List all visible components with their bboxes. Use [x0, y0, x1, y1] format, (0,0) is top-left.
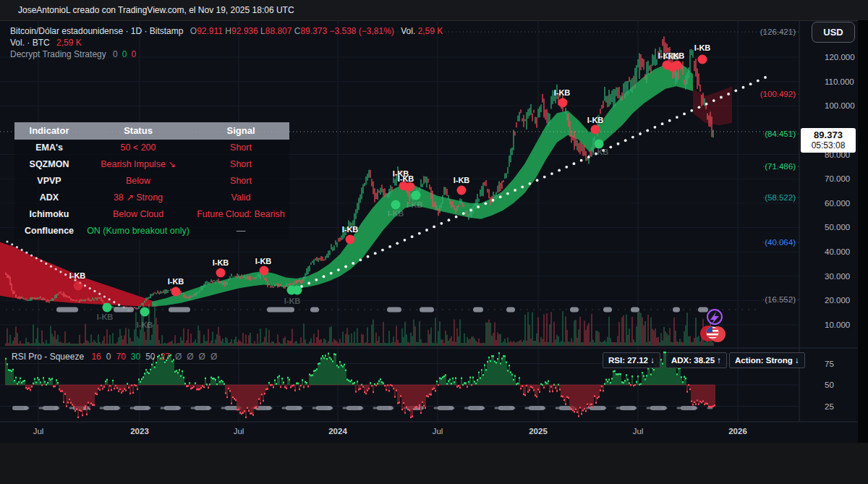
ikb-marker-label: I-KB	[587, 116, 604, 124]
ohlc-letter: H	[225, 26, 231, 36]
rsi-param: 16	[91, 352, 101, 362]
rsi-param: Ø	[210, 352, 217, 362]
indicator-value-label: (16.552)	[765, 295, 796, 304]
symbol-legend-row[interactable]: Bitcoin/Dólar estadounidense · 1D · Bits…	[10, 26, 443, 36]
indicator-table-row: SQZMONBearish Impulse ↘Short	[14, 156, 289, 173]
rsi-param: 30	[131, 352, 140, 362]
ikb-marker-label: I-KB	[398, 174, 414, 183]
ikb-marker-label: I-KB	[554, 88, 571, 97]
rsi-param: Ø	[187, 352, 193, 362]
volume-indicator-label[interactable]: Vol. · BTC	[10, 38, 50, 48]
ohlc-values: O92.911 H92.936 L88.807 C89.373	[190, 26, 330, 36]
rsi-param: 27	[161, 352, 170, 362]
strategy-label[interactable]: Decrypt Trading Strategy	[10, 49, 106, 59]
volume-legend-row[interactable]: Vol. · BTC 2,59 K	[10, 38, 82, 48]
strategy-legend-row[interactable]: Decrypt Trading Strategy 000	[10, 49, 140, 59]
rsi-axis-tick[interactable]: 50	[825, 381, 834, 389]
rsi-param: 70	[116, 352, 125, 362]
price-axis-tick[interactable]: 10.000	[825, 320, 850, 329]
ohlc-value: 89.373	[300, 26, 329, 36]
volume-value: 2,59 K	[418, 26, 443, 36]
rsi-param: 0	[106, 352, 111, 362]
time-axis-tick[interactable]: 2026	[728, 427, 747, 436]
indicator-table-header: IndicatorStatusSignal	[14, 122, 289, 140]
rsi-axis-tick[interactable]: 25	[825, 402, 834, 411]
volume-label: Vol.	[401, 26, 415, 36]
indicator-table-row: VPVPBelowShort	[14, 173, 289, 190]
ikb-marker-label: I-KB	[168, 277, 184, 286]
indicator-table-row: IchimokuBelow CloudFuture Cloud: Bearish	[14, 206, 289, 223]
rsi-axis-tick[interactable]: 75	[825, 360, 834, 368]
attribution-text: JoseAntonioL creado con TradingView.com,…	[18, 5, 294, 15]
time-axis-tick[interactable]: Jul	[633, 427, 644, 436]
ikb-marker-label-faded: I-KB	[407, 200, 423, 209]
indicator-value-label: (84.451)	[765, 130, 796, 138]
price-axis-tick[interactable]: 40.000	[825, 247, 850, 256]
ikb-marker-label-faded: I-KB	[97, 313, 114, 321]
indicator-value-label: (58.522)	[765, 193, 796, 202]
ikb-marker-label-faded: I-KB	[284, 297, 301, 305]
rsi-status-badge: Action: Strong ↓	[729, 352, 805, 368]
time-axis-tick[interactable]: 2024	[328, 427, 347, 436]
price-axis-tick[interactable]: 30.000	[825, 272, 850, 281]
indicator-value-label: (126.421)	[760, 27, 796, 36]
price-axis-tick[interactable]: 60.000	[825, 199, 850, 208]
indicator-table-row: ConfluenceON (Kumo breakout only)—	[14, 223, 289, 239]
rsi-status-badge: RSI: 27.12 ↓	[603, 352, 660, 368]
strategy-values: 000	[113, 49, 140, 59]
last-price-badge: 89.373 05:53:08	[801, 128, 856, 153]
ikb-marker-label: I-KB	[668, 51, 685, 60]
ohlc-value: 88.807	[265, 26, 294, 36]
ikb-marker-label: I-KB	[694, 43, 711, 52]
ikb-marker-label-faded: I-KB	[388, 209, 404, 218]
time-axis-tick[interactable]: Jul	[433, 427, 443, 436]
price-axis-tick[interactable]: 70.000	[825, 174, 850, 183]
ikb-marker-label: I-KB	[342, 225, 359, 234]
ohlc-letter: L	[260, 26, 265, 36]
attribution-bar: JoseAntonioL creado con TradingView.com,…	[0, 0, 868, 20]
ohlc-value: 92.911	[197, 26, 225, 36]
ikb-marker-label: I-KB	[255, 257, 272, 266]
strategy-count: 0	[113, 49, 118, 59]
rsi-indicator-title[interactable]: RSI Pro - Squeeze	[12, 352, 84, 362]
ohlc-letter: O	[190, 26, 197, 36]
rsi-params: 16070305027ØØØØ	[91, 352, 222, 362]
indicator-value-label: (100.492)	[760, 90, 796, 98]
price-axis-tick[interactable]: 120.000	[825, 53, 855, 61]
strategy-count: 0	[122, 49, 127, 59]
rsi-status-badge: ADX: 38.25 ↑	[665, 352, 727, 368]
ohlc-value: 92.936	[231, 26, 260, 36]
indicator-value-label: (71.486)	[765, 162, 796, 171]
indicator-summary-table: IndicatorStatusSignalEMA's50 < 200ShortS…	[14, 122, 289, 239]
price-axis-tick[interactable]: 110.000	[825, 77, 854, 86]
indicator-value-label: (40.064)	[765, 238, 796, 247]
time-axis-tick[interactable]: Jul	[234, 427, 244, 436]
volume-indicator-value: 2,59 K	[56, 38, 82, 48]
rsi-param: 50	[145, 352, 155, 362]
last-price-value: 89.373	[801, 130, 856, 140]
ikb-marker-label: I-KB	[69, 271, 86, 280]
time-axis-tick[interactable]: 2025	[529, 427, 548, 436]
price-axis-tick[interactable]: 80.000	[825, 150, 850, 159]
symbol-title[interactable]: Bitcoin/Dólar estadounidense · 1D · Bits…	[10, 26, 183, 36]
price-axis-tick[interactable]: 20.000	[825, 296, 850, 305]
footer-bar: TradingView	[0, 443, 868, 484]
rsi-param: Ø	[175, 352, 182, 362]
ikb-marker-label: I-KB	[454, 176, 470, 184]
price-axis-tick[interactable]: 100.000	[825, 101, 855, 110]
currency-toggle-button[interactable]: USD	[812, 22, 855, 43]
strategy-count: 0	[131, 49, 136, 59]
change-value: −3.538 (−3,81%)	[329, 26, 393, 36]
rsi-param: Ø	[199, 352, 205, 362]
ikb-marker-label-faded: I-KB	[137, 320, 153, 329]
indicator-table-row: EMA's50 < 200Short	[14, 140, 289, 156]
ikb-marker-label-faded: I-KB	[592, 148, 609, 156]
ikb-marker-label: I-KB	[213, 258, 229, 267]
time-axis-tick[interactable]: Jul	[33, 427, 44, 436]
indicator-table-row: ADX38 ↗ StrongValid	[14, 190, 289, 206]
time-axis-tick[interactable]: 2023	[130, 427, 149, 436]
right-edge-strip	[858, 20, 868, 443]
rsi-legend-row[interactable]: RSI Pro - Squeeze 16070305027ØØØØ	[12, 352, 227, 362]
price-axis-tick[interactable]: 50.000	[825, 223, 850, 232]
